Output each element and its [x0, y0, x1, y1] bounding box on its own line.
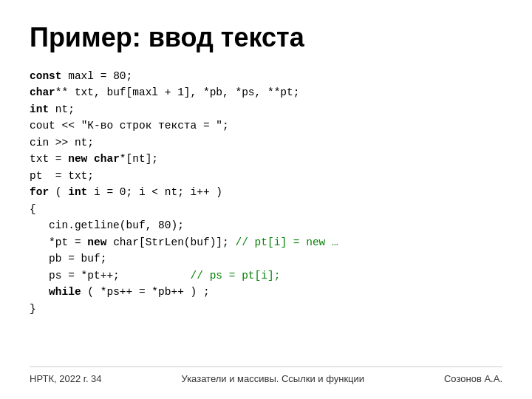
- code-line-10: cin.getline(buf, 80);: [30, 217, 502, 233]
- slide-title: Пример: ввод текста: [30, 22, 502, 53]
- code-line-6: txt = new char*[nt];: [30, 151, 502, 167]
- footer-right: Созонов А.А.: [444, 373, 502, 384]
- code-line-8: for ( int i = 0; i < nt; i++ ): [30, 184, 502, 200]
- code-line-4: cout << "К-во строк текста = ";: [30, 117, 502, 134]
- code-line-15: }: [30, 301, 502, 317]
- code-block: const maxl = 80; char** txt, buf[maxl + …: [30, 68, 502, 366]
- footer-left: НРТК, 2022 г. 34: [30, 373, 102, 384]
- code-line-11: *pt = new char[StrLen(buf)]; // pt[i] = …: [30, 234, 502, 250]
- footer: НРТК, 2022 г. 34 Указатели и массивы. Сс…: [30, 366, 502, 384]
- code-line-2: char** txt, buf[maxl + 1], *pb, *ps, **p…: [30, 84, 502, 100]
- footer-center: Указатели и массивы. Ссылки и функции: [102, 373, 444, 384]
- code-line-5: cin >> nt;: [30, 134, 502, 151]
- code-line-1: const maxl = 80;: [30, 68, 502, 84]
- code-line-9: {: [30, 201, 502, 217]
- slide-container: Пример: ввод текста const maxl = 80; cha…: [0, 0, 532, 399]
- code-line-7: pt = txt;: [30, 168, 502, 184]
- code-line-14: while ( *ps++ = *pb++ ) ;: [30, 284, 502, 300]
- code-line-12: pb = buf;: [30, 250, 502, 267]
- code-line-13: ps = *pt++; // ps = pt[i];: [30, 267, 502, 284]
- code-line-3: int nt;: [30, 101, 502, 117]
